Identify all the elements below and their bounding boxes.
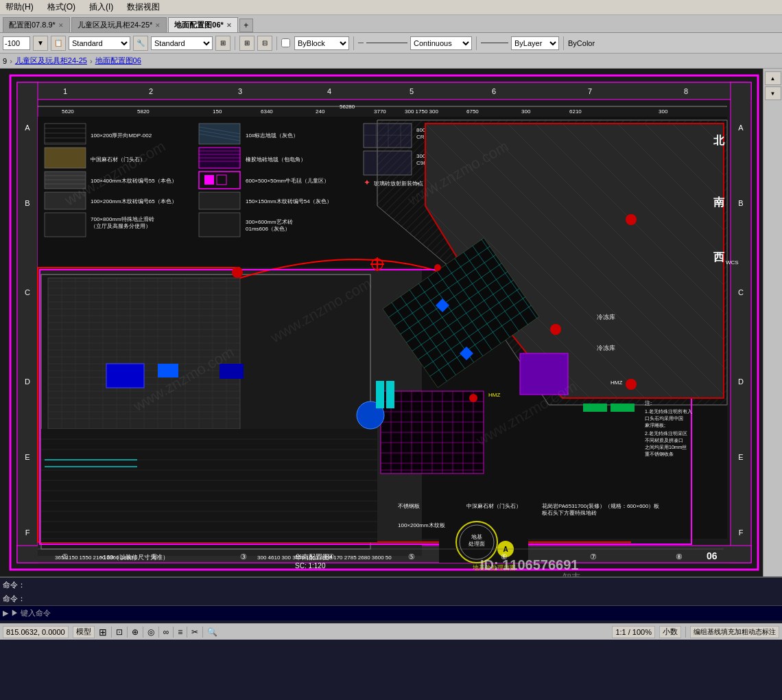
- svg-text:口头石均采用中国: 口头石均采用中国: [645, 416, 683, 421]
- toolbar-sep-4: [476, 36, 477, 50]
- status-otrack[interactable]: ∞: [163, 627, 169, 637]
- breadcrumb-children[interactable]: 儿童区及玩具柜24-25: [15, 56, 87, 66]
- svg-text:花岗岩PA6531700(装修）（规格：600×600）板: 花岗岩PA6531700(装修）（规格：600×600）板: [542, 503, 659, 509]
- svg-point-222: [469, 394, 477, 402]
- status-lineweight[interactable]: ≡: [178, 627, 182, 637]
- right-btn-2[interactable]: ▼: [765, 86, 781, 100]
- toolbar-btn-5[interactable]: ⊞: [239, 36, 254, 51]
- status-mode[interactable]: 模型: [73, 626, 95, 638]
- continuous-select[interactable]: Continuous: [410, 36, 472, 50]
- menu-bar: 帮助(H) 格式(O) 插入(I) 数据视图: [0, 0, 782, 15]
- tab-close-1[interactable]: ✕: [58, 22, 64, 29]
- status-divider-4: [158, 627, 159, 638]
- standard-select-2[interactable]: Standard: [151, 36, 213, 50]
- menu-format[interactable]: 格式(O): [45, 0, 78, 14]
- status-divider-6: [187, 627, 187, 638]
- svg-text:300×600mm艺术砖: 300×600mm艺术砖: [246, 219, 293, 225]
- menu-dataview[interactable]: 数据视图: [124, 0, 163, 14]
- drawing-area[interactable]: 1 2 3 4 5 6 7 8 A B C D E F A B C D E F …: [0, 69, 782, 576]
- command-input-bar[interactable]: ▶ ▶ 键入命令: [0, 605, 782, 620]
- svg-text:10#标志地毯（灰色）: 10#标志地毯（灰色）: [246, 132, 298, 139]
- tab-2[interactable]: 儿童区及玩具柜24-25* ✕: [71, 17, 167, 32]
- svg-rect-271: [386, 381, 394, 408]
- status-polar[interactable]: ◎: [147, 627, 154, 637]
- svg-text:④: ④: [328, 552, 335, 561]
- svg-text:4: 4: [327, 87, 331, 95]
- svg-text:6210: 6210: [569, 108, 582, 115]
- command-prompt-2: 命令：: [3, 594, 25, 604]
- tab-close-3[interactable]: ✕: [226, 22, 232, 29]
- tab-3[interactable]: 地面配置图06* ✕: [168, 17, 238, 32]
- svg-text:处理面: 处理面: [469, 541, 485, 547]
- svg-text:100×200厚开向MDP-002: 100×200厚开向MDP-002: [91, 132, 152, 139]
- status-ortho[interactable]: ⊕: [132, 627, 139, 637]
- cad-drawing: 1 2 3 4 5 6 7 8 A B C D E F A B C D E F …: [0, 69, 782, 576]
- svg-rect-3: [17, 82, 751, 100]
- toolbar-btn-3[interactable]: 🔧: [133, 36, 148, 51]
- svg-text:1: 1: [63, 87, 67, 95]
- svg-text:北: 北: [713, 135, 725, 146]
- svg-text:600×500×50mm牛毛毡（儿童区）: 600×500×50mm牛毛毡（儿童区）: [246, 178, 329, 184]
- svg-text:A: A: [738, 124, 744, 132]
- toolbar-btn-1[interactable]: ▼: [33, 36, 48, 51]
- standard-select-1[interactable]: Standard: [69, 36, 130, 50]
- svg-rect-213: [106, 364, 144, 388]
- svg-text:地基: 地基: [471, 534, 482, 540]
- breadcrumb-9: 9: [3, 57, 7, 65]
- svg-text:⑤: ⑤: [408, 552, 415, 561]
- svg-text:知末: 知末: [562, 572, 580, 576]
- status-grid-icon[interactable]: ⊞: [99, 627, 107, 638]
- svg-text:冷冻库: 冷冻库: [597, 345, 615, 351]
- svg-rect-270: [376, 381, 384, 408]
- svg-text:之间均采用10mm丝: 之间均采用10mm丝: [645, 445, 687, 450]
- right-btn-1[interactable]: ▲: [765, 71, 781, 85]
- tab-close-2[interactable]: ✕: [155, 22, 161, 29]
- svg-text:南: 南: [713, 196, 725, 208]
- status-right-text: 编组基线填充加粗动态标注: [690, 626, 779, 638]
- toolbar-btn-6[interactable]: ⊟: [257, 36, 272, 51]
- svg-text:E: E: [25, 453, 29, 461]
- svg-text:F: F: [25, 528, 30, 537]
- status-quick-prop[interactable]: 🔍: [207, 627, 217, 637]
- svg-text:C: C: [738, 288, 744, 296]
- tab-1[interactable]: 配置图07.8.9* ✕: [3, 17, 70, 32]
- svg-text:6750: 6750: [466, 108, 479, 115]
- bylayer-select[interactable]: ByLayer: [511, 36, 559, 50]
- status-coords[interactable]: 815.0632, 0.0000: [3, 626, 69, 638]
- status-snap[interactable]: ⊡: [116, 627, 123, 637]
- svg-text:⑧: ⑧: [676, 552, 683, 561]
- toolbar-btn-4[interactable]: ⊞: [215, 36, 230, 51]
- svg-text:1.老无特殊注明所有入: 1.老无特殊注明所有入: [645, 409, 692, 415]
- byblock-checkbox[interactable]: [281, 38, 290, 47]
- toolbar-sep-3: [353, 36, 354, 50]
- menu-insert[interactable]: 插入(I): [86, 0, 116, 14]
- status-scale-icon[interactable]: ✂: [191, 627, 198, 637]
- status-divider-3: [143, 627, 143, 638]
- status-divider-5: [173, 627, 174, 638]
- byblock-select[interactable]: ByBlock: [294, 36, 349, 50]
- cmd-prompt-triangle: ▶: [3, 609, 8, 618]
- status-scale[interactable]: 1:1 / 100%: [612, 626, 655, 638]
- tab-bar: 配置图07.8.9* ✕ 儿童区及玩具柜24-25* ✕ 地面配置图06* ✕ …: [0, 15, 782, 33]
- tab-add-button[interactable]: +: [239, 19, 253, 32]
- svg-rect-48: [45, 148, 86, 168]
- status-num-label[interactable]: 小数: [659, 626, 681, 638]
- line-preview-3: [481, 43, 508, 43]
- svg-text:100×200mm木纹板: 100×200mm木纹板: [398, 522, 445, 528]
- breadcrumb-floor[interactable]: 地面配置图06: [95, 56, 141, 66]
- toolbar-btn-2[interactable]: 📋: [51, 36, 66, 51]
- svg-text:700×800mm特殊地止滑砖: 700×800mm特殊地止滑砖: [91, 216, 154, 222]
- right-panel: ▲ ▼: [763, 69, 782, 576]
- svg-text:西: 西: [713, 251, 725, 263]
- toolbar-sep-2: [276, 36, 277, 50]
- svg-text:06: 06: [707, 550, 718, 561]
- svg-rect-266: [583, 404, 607, 412]
- status-divider-2: [127, 627, 128, 638]
- svg-text:D: D: [25, 377, 30, 386]
- svg-text:冷冻库: 冷冻库: [597, 314, 615, 320]
- svg-text:01ms606（灰色）: 01ms606（灰色）: [246, 226, 290, 232]
- svg-rect-267: [611, 404, 635, 412]
- menu-help[interactable]: 帮助(H): [3, 0, 36, 14]
- zoom-input[interactable]: [3, 36, 30, 50]
- bycolor-label: ByColor: [568, 39, 595, 47]
